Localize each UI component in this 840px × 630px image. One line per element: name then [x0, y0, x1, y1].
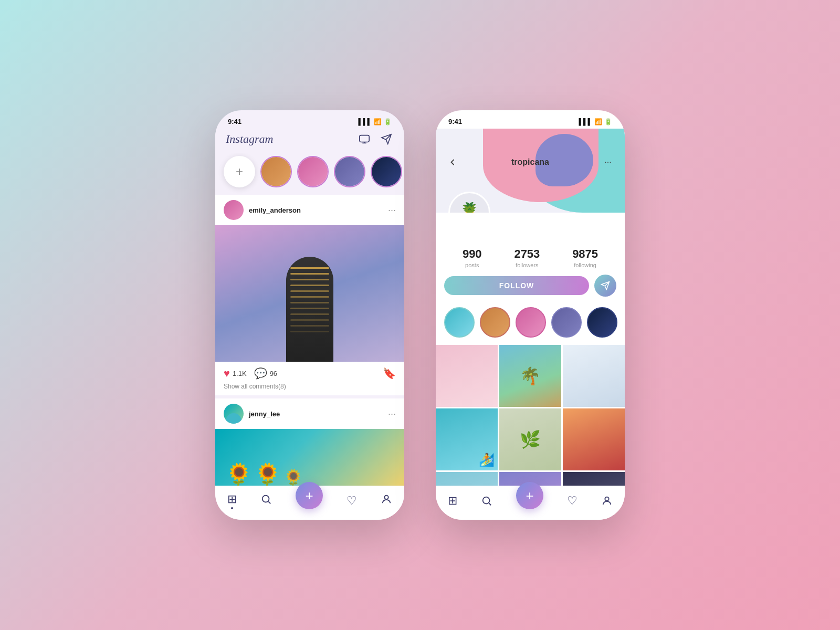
status-icons-profile: ▌▌▌ 📶 🔋 — [579, 118, 612, 125]
heart-nav-icon: ♡ — [346, 494, 357, 508]
highlight-5[interactable] — [587, 307, 617, 338]
status-time: 9:41 — [228, 118, 242, 125]
home-icon: ⊞ — [227, 492, 237, 506]
phone-profile: 9:41 ▌▌▌ 📶 🔋 tropicana ··· 🍍 — [436, 110, 625, 520]
post-2-avatar[interactable] — [224, 404, 244, 424]
nav-profile-profile[interactable] — [601, 495, 613, 507]
grid-cell-9[interactable] — [563, 472, 625, 486]
followers-number: 2753 — [514, 247, 540, 261]
signal-icon: ▌▌▌ — [358, 118, 372, 125]
bottom-nav-feed: ⊞ + ♡ — [215, 486, 404, 520]
post-1-more[interactable]: ··· — [388, 205, 396, 216]
post-1-user: emily_anderson — [224, 200, 301, 220]
status-icons: ▌▌▌ 📶 🔋 — [358, 118, 392, 125]
like-count: 1.1K — [233, 370, 247, 377]
phone-feed: 9:41 ▌▌▌ 📶 🔋 Instagram + — [215, 110, 404, 520]
fab-button-profile[interactable]: + — [516, 482, 543, 509]
feed-header: Instagram — [215, 129, 404, 153]
add-story-button[interactable]: + — [224, 156, 255, 187]
search-icon-feed — [260, 494, 272, 508]
svg-point-3 — [482, 497, 489, 504]
highlights-bar — [436, 304, 625, 345]
story-thumb-2[interactable] — [297, 156, 329, 187]
profile-grid: 🌴 🏄 🌿 + — [436, 345, 625, 486]
svg-rect-0 — [360, 135, 369, 142]
highlight-4[interactable] — [551, 307, 582, 338]
grid-cell-6[interactable] — [563, 408, 625, 470]
svg-point-4 — [605, 497, 609, 501]
battery-icon-p: 🔋 — [604, 118, 612, 125]
back-button[interactable] — [445, 155, 460, 170]
highlight-1[interactable] — [444, 307, 475, 338]
comment-icon: 💬 — [254, 367, 267, 380]
profile-avatar[interactable]: 🍍 — [448, 192, 490, 213]
post-1: emily_anderson ··· — [215, 195, 404, 395]
status-time-profile: 9:41 — [448, 118, 462, 125]
post-2-image[interactable]: 🌻 🌻 🌻 — [215, 429, 404, 486]
story-thumb-1[interactable] — [260, 156, 292, 187]
post-1-avatar[interactable] — [224, 200, 244, 220]
stat-followers: 2753 followers — [514, 247, 540, 268]
profile-username-title: tropicana — [511, 158, 549, 167]
message-button[interactable] — [594, 275, 616, 297]
bookmark-icon[interactable]: 🔖 — [383, 367, 396, 380]
post-1-username[interactable]: emily_anderson — [249, 206, 301, 214]
nav-heart-profile[interactable]: ♡ — [567, 494, 578, 508]
profile-icon-feed — [381, 494, 392, 508]
profile-nav: tropicana ··· — [436, 155, 625, 170]
heart-icon: ♥ — [224, 368, 230, 380]
followers-label: followers — [516, 262, 538, 268]
post-2-more[interactable]: ··· — [388, 408, 396, 419]
nav-profile-feed[interactable] — [381, 494, 392, 508]
comment-count: 96 — [270, 370, 277, 377]
nav-heart-feed[interactable]: ♡ — [346, 494, 357, 508]
nav-home-feed[interactable]: ⊞ — [227, 492, 237, 509]
fab-button-feed[interactable]: + — [296, 482, 323, 509]
more-button[interactable]: ··· — [601, 155, 615, 170]
svg-point-1 — [262, 496, 269, 502]
grid-cell-1[interactable] — [436, 345, 498, 407]
nav-search-profile[interactable] — [481, 495, 492, 507]
profile-avatar-wrap: 🍍 — [448, 192, 490, 213]
send-icon[interactable] — [379, 132, 394, 146]
tv-icon[interactable] — [357, 132, 372, 146]
status-bar-feed: 9:41 ▌▌▌ 📶 🔋 — [215, 110, 404, 129]
post-1-header: emily_anderson ··· — [215, 195, 404, 225]
profile-actions: FOLLOW — [436, 275, 625, 304]
heart-icon-p: ♡ — [567, 494, 578, 508]
profile-stats: 990 posts 2753 followers 9875 following — [436, 239, 625, 275]
comment-button[interactable]: 💬 96 — [254, 367, 277, 380]
following-label: following — [574, 262, 596, 268]
grid-cell-7[interactable] — [436, 472, 498, 486]
post-1-image[interactable] — [215, 225, 404, 362]
svg-point-2 — [385, 496, 388, 499]
nav-home-profile[interactable]: ⊞ — [448, 494, 457, 508]
posts-label: posts — [465, 262, 479, 268]
post-2-header: jenny_lee ··· — [215, 398, 404, 429]
grid-cell-5[interactable]: 🌿 — [499, 408, 561, 470]
grid-cell-4[interactable]: 🏄 — [436, 408, 498, 470]
profile-body: 990 posts 2753 followers 9875 following … — [436, 213, 625, 486]
following-number: 9875 — [572, 247, 598, 261]
highlight-2[interactable] — [480, 307, 510, 338]
nav-search-feed[interactable] — [260, 494, 272, 508]
show-comments[interactable]: Show all comments(8) — [215, 382, 404, 395]
follow-button[interactable]: FOLLOW — [444, 276, 589, 295]
bottom-nav-profile: ⊞ + ♡ — [436, 486, 625, 520]
like-button[interactable]: ♥ 1.1K — [224, 368, 247, 380]
story-thumb-3[interactable] — [334, 156, 365, 187]
post-2-username[interactable]: jenny_lee — [249, 410, 280, 418]
grid-cell-2[interactable]: 🌴 — [499, 345, 561, 407]
active-dot — [231, 507, 233, 509]
story-thumb-4[interactable] — [371, 156, 402, 187]
feed-scroll: emily_anderson ··· — [215, 195, 404, 486]
wifi-icon: 📶 — [374, 118, 382, 125]
posts-number: 990 — [463, 247, 482, 261]
status-bar-profile: 9:41 ▌▌▌ 📶 🔋 — [436, 110, 625, 129]
grid-cell-3[interactable] — [563, 345, 625, 407]
instagram-logo: Instagram — [226, 132, 273, 146]
stories-bar: + — [215, 153, 404, 195]
battery-icon: 🔋 — [384, 118, 392, 125]
highlight-3[interactable] — [516, 307, 546, 338]
profile-header-bg: tropicana ··· 🍍 — [436, 129, 625, 213]
